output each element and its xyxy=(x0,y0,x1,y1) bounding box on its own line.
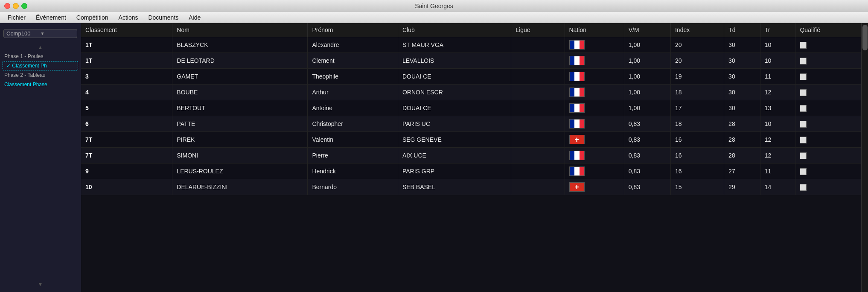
cell-classement: 6 xyxy=(81,116,172,132)
cell-qualifie[interactable] xyxy=(795,85,861,100)
scroll-down-arrow[interactable]: ▼ xyxy=(0,280,81,289)
table-row: 3 GAMET Theophile DOUAI CE 1,00 19 30 11 xyxy=(81,69,861,85)
close-button[interactable] xyxy=(4,3,10,9)
cell-tr: 10 xyxy=(760,37,795,53)
cell-nom: DE LEOTARD xyxy=(172,53,308,69)
cell-tr: 13 xyxy=(760,100,795,116)
sidebar-item-classement1[interactable]: Classement Ph xyxy=(3,61,78,70)
cell-club: ST MAUR VGA xyxy=(398,37,511,53)
cell-nom: PIREK xyxy=(172,132,308,148)
col-prenom: Prénom xyxy=(308,23,398,37)
sidebar-item-classement2[interactable]: Classement Phase xyxy=(0,80,81,89)
cell-club: PARIS UC xyxy=(398,116,511,132)
qualifie-checkbox[interactable] xyxy=(800,152,807,159)
maximize-button[interactable] xyxy=(21,3,27,9)
cell-classement: 3 xyxy=(81,69,172,85)
cell-tr: 10 xyxy=(760,53,795,69)
cell-qualifie[interactable] xyxy=(795,132,861,148)
flag-france-icon xyxy=(569,88,585,97)
table-row: 1T DE LEOTARD Clement LEVALLOIS 1,00 20 … xyxy=(81,53,861,69)
cell-td: 28 xyxy=(724,132,760,148)
cell-qualifie[interactable] xyxy=(795,100,861,116)
table-row: 1T BLASZYCK Alexandre ST MAUR VGA 1,00 2… xyxy=(81,37,861,53)
cell-tr: 11 xyxy=(760,69,795,85)
cell-prenom: Hendrick xyxy=(308,164,398,179)
cell-qualifie[interactable] xyxy=(795,116,861,132)
col-classement: Classement xyxy=(81,23,172,37)
cell-vm: 1,00 xyxy=(624,69,670,85)
cell-tr: 14 xyxy=(760,179,795,195)
menu-actions[interactable]: Actions xyxy=(114,13,143,22)
cell-prenom: Theophile xyxy=(308,69,398,85)
cell-ligue xyxy=(511,179,565,195)
cell-prenom: Clement xyxy=(308,53,398,69)
cell-qualifie[interactable] xyxy=(795,164,861,179)
cell-ligue xyxy=(511,116,565,132)
cell-prenom: Bernardo xyxy=(308,179,398,195)
flag-france-icon xyxy=(569,40,585,50)
cell-classement: 4 xyxy=(81,85,172,100)
cell-index: 18 xyxy=(670,85,724,100)
qualifie-checkbox[interactable] xyxy=(800,73,807,80)
flag-france-icon xyxy=(569,166,585,176)
cell-index: 15 xyxy=(670,179,724,195)
cell-qualifie[interactable] xyxy=(795,179,861,195)
cell-qualifie[interactable] xyxy=(795,53,861,69)
cell-club: DOUAI CE xyxy=(398,69,511,85)
menu-documents[interactable]: Documents xyxy=(144,13,183,22)
cell-index: 16 xyxy=(670,148,724,164)
cell-ligue xyxy=(511,148,565,164)
col-tr: Tr xyxy=(760,23,795,37)
qualifie-checkbox[interactable] xyxy=(800,42,807,49)
cell-prenom: Pierre xyxy=(308,148,398,164)
results-table: Classement Nom Prénom Club Ligue Nation … xyxy=(81,23,861,195)
table-header-row: Classement Nom Prénom Club Ligue Nation … xyxy=(81,23,861,37)
sidebar-item-phase2[interactable]: Phase 2 - Tableau xyxy=(0,70,81,80)
cell-qualifie[interactable] xyxy=(795,148,861,164)
cell-tr: 11 xyxy=(760,164,795,179)
cell-td: 30 xyxy=(724,69,760,85)
cell-ligue xyxy=(511,132,565,148)
main-layout: Comp100 ▼ ▲ Phase 1 - Poules Classement … xyxy=(0,23,868,292)
cell-ligue xyxy=(511,53,565,69)
flag-switzerland-icon xyxy=(569,182,585,192)
cell-vm: 0,83 xyxy=(624,148,670,164)
qualifie-checkbox[interactable] xyxy=(800,168,807,175)
flag-france-icon xyxy=(569,56,585,65)
qualifie-checkbox[interactable] xyxy=(800,184,807,191)
cell-nom: BLASZYCK xyxy=(172,37,308,53)
qualifie-checkbox[interactable] xyxy=(800,121,807,128)
cell-nom: BOUBE xyxy=(172,85,308,100)
qualifie-checkbox[interactable] xyxy=(800,137,807,143)
flag-france-icon xyxy=(569,119,585,128)
cell-club: PARIS GRP xyxy=(398,164,511,179)
cell-nation xyxy=(565,132,624,148)
cell-index: 16 xyxy=(670,132,724,148)
qualifie-checkbox[interactable] xyxy=(800,58,807,64)
vertical-scrollbar[interactable] xyxy=(861,23,868,292)
cell-td: 30 xyxy=(724,85,760,100)
cell-qualifie[interactable] xyxy=(795,37,861,53)
window-title: Saint Georges xyxy=(415,3,453,9)
cell-index: 17 xyxy=(670,100,724,116)
qualifie-checkbox[interactable] xyxy=(800,105,807,112)
menu-competition[interactable]: Compétition xyxy=(72,13,113,22)
scrollbar-thumb[interactable] xyxy=(862,25,868,50)
cell-classement: 9 xyxy=(81,164,172,179)
cell-td: 30 xyxy=(724,37,760,53)
cell-club: ORNON ESCR xyxy=(398,85,511,100)
menu-evenement[interactable]: Évènement xyxy=(32,13,70,22)
sidebar-item-phase1[interactable]: Phase 1 - Poules xyxy=(0,52,81,61)
cell-td: 28 xyxy=(724,148,760,164)
menu-aide[interactable]: Aide xyxy=(184,13,205,22)
cell-nation xyxy=(565,53,624,69)
cell-qualifie[interactable] xyxy=(795,69,861,85)
qualifie-checkbox[interactable] xyxy=(800,89,807,96)
comp-selector[interactable]: Comp100 ▼ xyxy=(3,29,77,38)
cell-nation xyxy=(565,37,624,53)
cell-vm: 0,83 xyxy=(624,164,670,179)
menu-fichier[interactable]: Fichier xyxy=(3,13,30,22)
cell-vm: 0,83 xyxy=(624,116,670,132)
minimize-button[interactable] xyxy=(13,3,19,9)
scroll-up-arrow[interactable]: ▲ xyxy=(0,43,81,52)
